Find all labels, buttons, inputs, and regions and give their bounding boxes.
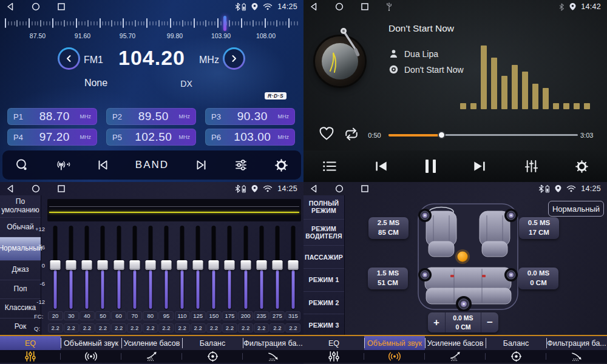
next-track-icon[interactable] <box>472 159 487 174</box>
mode-3[interactable]: РЕЖИМ 3 <box>304 314 344 336</box>
nav-recents-icon[interactable] <box>361 2 369 11</box>
slider-handle[interactable] <box>129 260 140 270</box>
eq-band-slider[interactable] <box>111 224 127 311</box>
delay-rear-right[interactable]: 0.0 MS0 CM <box>518 268 558 289</box>
eq-band-slider[interactable] <box>174 224 190 311</box>
tab-surround[interactable]: Объёмный звук <box>364 336 425 350</box>
bass-boost-icon[interactable] <box>145 351 159 362</box>
slider-handle[interactable] <box>272 260 282 270</box>
preset-button-1[interactable]: P188.70MHz <box>7 108 97 125</box>
preset-button-3[interactable]: P390.30MHz <box>205 108 295 125</box>
nav-recents-icon[interactable] <box>57 2 66 11</box>
progress-knob[interactable] <box>438 131 446 139</box>
eq-band-slider[interactable] <box>285 224 301 311</box>
band-switch-button[interactable]: BAND <box>135 159 169 171</box>
slider-handle[interactable] <box>225 260 235 270</box>
previous-track-icon[interactable] <box>373 159 389 174</box>
eq-sliders-icon[interactable] <box>24 351 37 362</box>
slider-handle[interactable] <box>161 260 171 270</box>
eq-band-slider[interactable] <box>79 224 95 311</box>
slider-handle[interactable] <box>288 260 298 270</box>
nav-back-icon[interactable] <box>310 2 318 11</box>
slider-handle[interactable] <box>177 260 188 270</box>
mode-full[interactable]: ПОЛНЫЙ РЕЖИМ <box>304 195 344 220</box>
preset-button-4[interactable]: P497.20MHz <box>7 129 97 146</box>
nav-back-icon[interactable] <box>6 2 15 11</box>
nav-home-icon[interactable] <box>335 2 344 11</box>
slider-handle[interactable] <box>82 260 92 270</box>
eq-band-slider[interactable] <box>47 224 63 311</box>
eq-band-slider[interactable] <box>95 224 110 311</box>
slider-handle[interactable] <box>209 260 219 270</box>
mode-2[interactable]: РЕЖИМ 2 <box>304 292 344 315</box>
broadcast-icon[interactable] <box>55 158 70 172</box>
eq-band-slider[interactable] <box>63 224 79 311</box>
tab-surround[interactable]: Объёмный звук <box>61 336 121 350</box>
eq-band-slider[interactable] <box>158 224 174 311</box>
delay-minus-button[interactable]: − <box>481 312 498 332</box>
filter-icon[interactable] <box>266 351 280 362</box>
tab-balance[interactable]: Баланс <box>182 336 243 350</box>
preset-button-2[interactable]: P289.50MHz <box>106 108 196 125</box>
eq-band-slider[interactable] <box>190 224 206 311</box>
settings-gear-icon[interactable] <box>575 160 589 174</box>
tab-filter[interactable]: Фильтрация ба... <box>546 336 607 350</box>
tab-balance[interactable]: Баланс <box>486 336 546 350</box>
previous-station-icon[interactable] <box>96 158 109 172</box>
nav-back-icon[interactable] <box>310 184 318 193</box>
slider-handle[interactable] <box>98 260 108 270</box>
balance-icon[interactable] <box>206 351 219 362</box>
delay-front-right[interactable]: 0.5 MS17 CM <box>519 217 559 239</box>
tab-filter[interactable]: Фильтрация ба... <box>243 336 304 350</box>
tab-bass-boost[interactable]: Усиление басов <box>425 336 486 350</box>
search-icon[interactable] <box>15 158 29 172</box>
nav-home-icon[interactable] <box>335 184 344 193</box>
nav-recents-icon[interactable] <box>57 184 66 193</box>
mode-passenger[interactable]: ПАССАЖИР <box>304 246 344 269</box>
slider-handle[interactable] <box>256 260 266 270</box>
pause-button[interactable] <box>426 160 436 173</box>
filter-icon[interactable] <box>570 351 584 362</box>
slider-handle[interactable] <box>240 260 251 270</box>
delay-rear-left[interactable]: 1.5 MS51 CM <box>368 268 408 289</box>
preset-button-6[interactable]: P6103.00MHz <box>205 129 295 146</box>
eq-preset-default[interactable]: По умолчанию <box>0 195 41 218</box>
favorite-icon[interactable] <box>319 126 334 141</box>
delay-plus-button[interactable]: + <box>428 312 445 332</box>
tune-down-button[interactable] <box>58 47 80 70</box>
eq-band-slider[interactable] <box>222 224 237 311</box>
slider-handle[interactable] <box>50 260 61 270</box>
balance-icon[interactable] <box>510 351 523 362</box>
surround-sound-icon[interactable] <box>84 351 98 362</box>
nav-back-icon[interactable] <box>6 184 15 193</box>
tuner-scale[interactable] <box>5 16 299 30</box>
next-station-icon[interactable] <box>195 158 208 172</box>
sound-profile-button[interactable]: Нормальный <box>548 201 604 217</box>
eq-band-slider[interactable] <box>238 224 254 311</box>
nav-recents-icon[interactable] <box>361 184 369 193</box>
nav-home-icon[interactable] <box>32 2 40 11</box>
slider-handle[interactable] <box>114 260 124 270</box>
repeat-icon[interactable] <box>343 127 360 141</box>
progress-bar[interactable] <box>388 134 578 136</box>
slider-handle[interactable] <box>145 260 155 270</box>
eq-band-slider[interactable] <box>127 224 143 311</box>
mode-1[interactable]: РЕЖИМ 1 <box>304 269 344 292</box>
preset-button-5[interactable]: P5102.50MHz <box>106 129 196 146</box>
bass-boost-icon[interactable] <box>449 351 463 362</box>
tab-eq[interactable]: EQ <box>304 336 364 350</box>
mode-driver[interactable]: РЕЖИМ ВОДИТЕЛЯ <box>304 220 344 246</box>
delay-front-left[interactable]: 2.5 MS85 CM <box>368 217 409 239</box>
slider-handle[interactable] <box>66 260 76 270</box>
eq-band-slider[interactable] <box>254 224 270 311</box>
surround-sound-icon[interactable] <box>387 351 402 362</box>
tab-bass-boost[interactable]: Усиление басов <box>121 336 182 350</box>
nav-home-icon[interactable] <box>32 184 40 193</box>
equalizer-icon[interactable] <box>524 159 539 174</box>
slider-handle[interactable] <box>193 260 203 270</box>
eq-band-slider[interactable] <box>206 224 222 311</box>
eq-band-slider[interactable] <box>270 224 285 311</box>
tuner-settings-icon[interactable] <box>234 158 248 172</box>
tune-up-button[interactable] <box>223 47 245 70</box>
eq-band-slider[interactable] <box>143 224 158 311</box>
